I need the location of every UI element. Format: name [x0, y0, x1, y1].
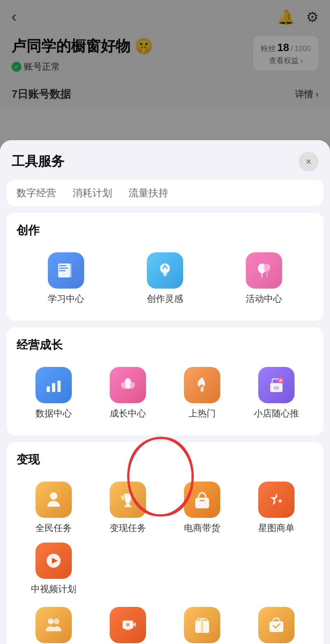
svg-rect-40 — [201, 620, 203, 633]
xintu-item[interactable]: 星图商单 — [239, 477, 314, 538]
svg-rect-36 — [125, 629, 131, 630]
xintu-label: 星图商单 — [258, 522, 295, 534]
partner-icon — [35, 607, 72, 643]
svg-rect-2 — [59, 268, 68, 269]
reward-item[interactable]: 赞赏 — [165, 603, 239, 644]
public-task-label: 全民任务 — [35, 522, 72, 534]
learning-center-label: 学习中心 — [48, 293, 84, 305]
partial-item-2[interactable]: 消耗计划 — [73, 186, 112, 200]
svg-rect-3 — [59, 270, 66, 271]
hot-icon — [184, 367, 220, 403]
monetize-section-title: 变现 — [16, 452, 314, 468]
activity-center-icon — [246, 252, 282, 289]
xintu-icon — [258, 482, 295, 518]
ecommerce-label: 电商带货 — [184, 522, 220, 534]
learning-center-icon — [48, 252, 84, 289]
partial-item-1[interactable]: 数字经营 — [16, 186, 56, 200]
hot-item[interactable]: 上热门 — [165, 363, 239, 424]
ecommerce-item[interactable]: 电商带货 — [165, 477, 239, 538]
svg-point-24 — [50, 492, 57, 500]
mid-video-item[interactable]: 中视频计划 — [16, 538, 91, 599]
modal-title: 工具服务 — [12, 153, 64, 171]
monetize-task-icon — [110, 482, 146, 518]
partial-item-3[interactable]: 流量扶持 — [129, 186, 168, 200]
svg-rect-6 — [163, 273, 167, 275]
creation-section: 创作 学习中心 — [7, 213, 323, 321]
group-buy-item[interactable]: 团购带货 — [239, 603, 314, 644]
reward-icon — [184, 607, 220, 643]
svg-rect-13 — [47, 386, 50, 392]
live-item[interactable]: 开始直播 — [91, 603, 165, 644]
modal-close-button[interactable]: × — [299, 152, 318, 172]
mini-shop-icon: + — [258, 367, 295, 403]
ecommerce-icon — [184, 482, 220, 518]
svg-rect-4 — [70, 263, 71, 277]
svg-rect-21 — [274, 386, 279, 390]
learning-center-item[interactable]: 学习中心 — [16, 248, 116, 309]
growth-center-item[interactable]: 成长中心 — [91, 363, 165, 424]
mini-shop-item[interactable]: + 小店随心推 — [239, 363, 314, 424]
svg-point-33 — [54, 618, 59, 624]
mini-shop-label: 小店随心推 — [254, 407, 299, 420]
mid-video-icon — [35, 543, 72, 579]
mid-video-label: 中视频计划 — [31, 583, 76, 595]
data-center-label: 数据中心 — [35, 407, 72, 420]
monetize-task-label: 变现任务 — [110, 522, 146, 534]
growth-section-title: 经营成长 — [16, 337, 314, 353]
svg-rect-15 — [57, 381, 61, 392]
svg-point-9 — [264, 263, 270, 272]
data-center-item[interactable]: 数据中心 — [16, 363, 91, 424]
monetize-task-item[interactable]: 变现任务 — [91, 477, 165, 538]
live-icon — [110, 607, 146, 643]
svg-rect-27 — [195, 498, 209, 508]
monetize-section: 变现 全民任务 — [7, 442, 323, 644]
growth-center-icon — [110, 367, 146, 403]
inspiration-label: 创作灵感 — [147, 293, 183, 305]
svg-rect-28 — [200, 500, 205, 501]
partner-item[interactable]: 伙伴计划 — [16, 603, 91, 644]
creation-section-title: 创作 — [16, 223, 314, 238]
svg-point-19 — [125, 384, 130, 389]
inspiration-icon — [147, 252, 183, 289]
svg-text:+: + — [279, 378, 282, 383]
growth-center-label: 成长中心 — [110, 407, 146, 420]
svg-rect-7 — [164, 275, 166, 276]
hot-label: 上热门 — [189, 407, 216, 420]
svg-point-37 — [126, 623, 130, 626]
public-task-icon — [35, 482, 72, 518]
svg-rect-25 — [126, 503, 130, 505]
svg-rect-14 — [52, 383, 55, 392]
modal-sheet: 工具服务 × 数字经营 消耗计划 流量扶持 创作 — [0, 140, 330, 644]
svg-point-12 — [268, 266, 269, 268]
growth-section: 经营成长 数据中心 — [7, 327, 323, 435]
group-buy-icon — [258, 607, 295, 643]
public-task-item[interactable]: 全民任务 — [16, 477, 91, 538]
svg-point-32 — [48, 618, 54, 624]
inspiration-item[interactable]: 创作灵感 — [116, 248, 214, 309]
activity-center-item[interactable]: 活动中心 — [214, 248, 314, 309]
partial-top-card: 数字经营 消耗计划 流量扶持 — [7, 180, 323, 206]
svg-rect-26 — [124, 505, 132, 507]
data-center-icon — [35, 367, 72, 403]
svg-rect-1 — [59, 265, 66, 266]
activity-center-label: 活动中心 — [246, 293, 282, 305]
